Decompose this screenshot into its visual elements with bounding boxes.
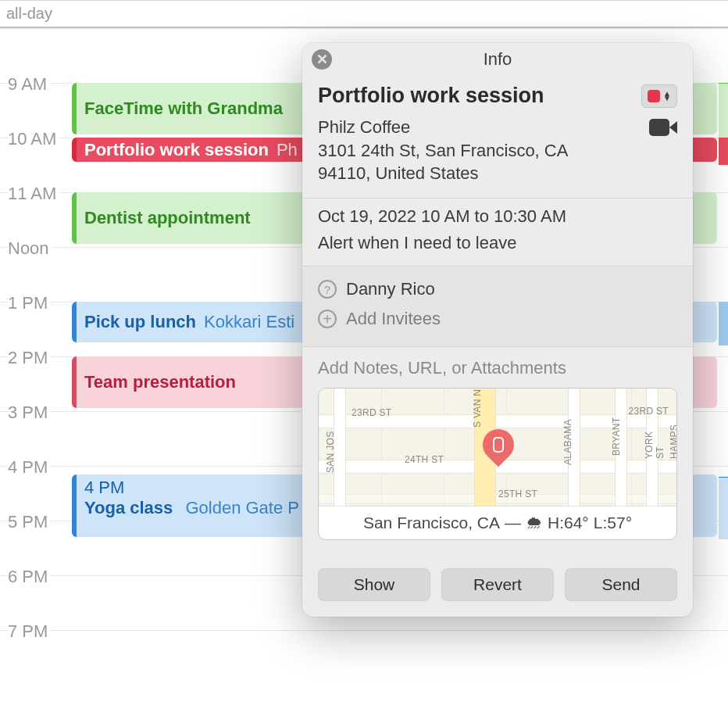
location-name: Philz Coffee [318,116,568,139]
map-street-label: YORK ST [644,426,666,459]
weather-city: San Francisco, CA [363,514,500,532]
send-button[interactable]: Send [565,568,677,601]
invitees-section: ? Danny Rico + Add Invitees [302,267,693,347]
event-datetime: Oct 19, 2022 10 AM to 10:30 AM [318,206,677,227]
map-street-label: S VAN NES [472,388,483,428]
map-street-label: 24TH ST [405,454,444,465]
event-title[interactable]: Portfolio work session [318,84,544,108]
map-street-label: SAN JOS [325,431,336,473]
weather-row: San Francisco, CA — 🌧 H:64° L:57° [319,506,676,539]
event-title-label: Yoga class [84,498,173,517]
video-call-icon[interactable] [649,117,677,138]
map-street-label: HAMPS [669,424,677,459]
adjacent-event-stripe [719,83,728,138]
map-street-label: 23RD ST [629,406,669,417]
hour-label: 2 PM [8,348,51,368]
adjacent-event-stripe [719,138,728,165]
hour-label: 5 PM [8,512,51,532]
popover-title: Info [484,49,512,70]
hour-label: 3 PM [8,403,51,423]
map-street-label: 25TH ST [498,489,537,499]
hour-label: 10 AM [8,129,59,149]
rain-icon: 🌧 [526,513,543,533]
location-street: 3101 24th St, San Francisco, CA [318,139,568,163]
adjacent-event-stripe [719,302,728,345]
hour-label: 9 AM [8,74,50,95]
invitee-row[interactable]: ? Danny Rico [318,274,677,304]
add-invitees-row[interactable]: + Add Invitees [318,304,677,334]
notes-placeholder[interactable]: Add Notes, URL, or Attachments [318,358,677,378]
close-icon[interactable]: ✕ [312,49,332,70]
event-location-label: Ph [277,140,298,160]
all-day-row: all-day [0,0,728,28]
weather-low: L:57° [594,514,632,532]
datetime-section[interactable]: Oct 19, 2022 10 AM to 10:30 AM Alert whe… [302,199,693,267]
invitee-name: Danny Rico [346,279,435,299]
event-title-label: FaceTime with Grandma [84,98,283,119]
hour-label: 6 PM [8,567,51,587]
popover-header: ✕ Info [302,43,693,76]
plus-icon: + [318,310,337,328]
map-canvas: 23RD ST 23RD ST 24TH ST 25TH ST S VAN NE… [319,388,676,506]
popover-button-row: Show Revert Send [302,556,693,617]
chevron-up-down-icon: ▲▼ [663,91,671,101]
hour-label: 4 PM [8,457,51,478]
add-invitees-label: Add Invitees [346,309,441,329]
event-location-label: Golden Gate P [185,498,299,517]
hour-label: 1 PM [8,293,51,313]
calendar-color-select[interactable]: ▲▼ [641,84,677,108]
event-title-label: Pick up lunch [84,312,196,332]
revert-button[interactable]: Revert [441,568,554,601]
all-day-label: all-day [6,5,52,23]
event-location-label: Kokkari Esti [204,312,294,332]
event-title-label: Portfolio work session [84,140,269,160]
event-alert: Alert when I need to leave [318,233,677,253]
location-cityzip: 94110, United States [318,162,568,185]
map-street-label: ALABAMA [562,419,573,465]
hour-label: Noon [8,238,52,259]
event-title-label: Dentist appointment [84,208,251,228]
invitee-status-unknown-icon: ? [318,280,337,299]
show-button[interactable]: Show [318,568,430,601]
event-title-label: Team presentation [84,372,236,392]
weather-separator: — [505,514,521,532]
location-map[interactable]: 23RD ST 23RD ST 24TH ST 25TH ST S VAN NE… [318,388,677,540]
hour-label: 7 PM [8,621,51,642]
event-info-popover: ✕ Info Portfolio work session ▲▼ Philz C… [302,43,693,617]
notes-section: Add Notes, URL, or Attachments 23RD ST 2… [302,347,693,556]
map-street-label: BRYANT [611,417,622,456]
adjacent-event-stripe [719,477,728,539]
calendar-color-swatch [648,90,660,102]
map-pin-icon [483,429,514,468]
hour-label: 11 AM [8,184,59,204]
map-street-label: 23RD ST [352,407,391,418]
weather-high: H:64° [548,514,589,532]
title-location-section: Portfolio work session ▲▼ Philz Coffee 3… [302,76,693,199]
location-text[interactable]: Philz Coffee 3101 24th St, San Francisco… [318,116,568,185]
